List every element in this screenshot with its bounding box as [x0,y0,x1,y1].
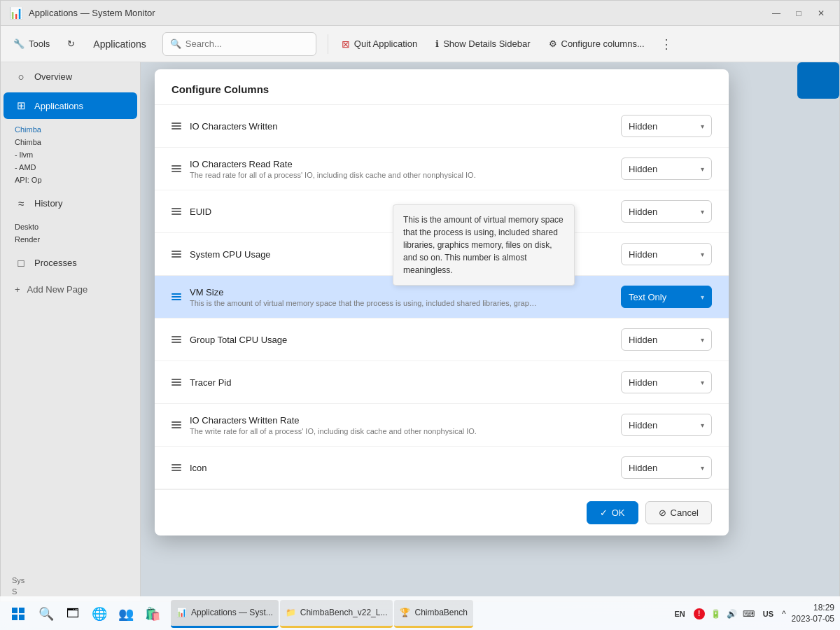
tools-icon: 🔧 [13,38,24,49]
drag-handle-io-read-rate[interactable] [172,165,181,172]
sidebar-item-processes-label: Processes [34,258,77,268]
column-dropdown-cpu-usage[interactable]: Hidden ▾ [621,243,712,265]
processes-icon: □ [15,257,27,269]
column-dropdown-io-written[interactable]: Hidden ▾ [621,115,712,137]
column-dropdown-io-read-rate[interactable]: Hidden ▾ [621,158,712,180]
notification-indicator[interactable]: ! [694,608,705,620]
taskbar-edge-icon[interactable]: 🌐 [87,601,112,626]
app-label-chimba1: ChimbaBench_v22_L... [300,608,388,617]
sidebar-label-s: S [12,587,129,596]
taskbar-task-view-icon[interactable]: 🗔 [60,601,85,626]
sidebar-proc-chimba2[interactable]: Chimba [1,136,140,148]
taskbar-app-chimbabench1[interactable]: 📁 ChimbaBench_v22_L... [280,600,393,628]
chevron-down-icon: ▾ [701,208,704,216]
sidebar-proc-amd[interactable]: - AMD [1,161,140,174]
tools-button[interactable]: 🔧 Tools [6,34,57,53]
column-dropdown-io-written-rate[interactable]: Hidden ▾ [621,414,712,436]
drag-handle-euid[interactable] [172,208,181,215]
dialog-title: Configure Columns [172,83,269,95]
window-title: Applications — System Monitor [29,8,766,18]
drag-handle-tracer-pid[interactable] [172,379,181,386]
drag-line [172,382,181,383]
drag-line [172,122,181,124]
svg-rect-2 [12,615,18,620]
drag-line [172,125,181,127]
drag-line [172,251,181,252]
quit-label: Quit Application [354,38,417,49]
column-dropdown-group-cpu[interactable]: Hidden ▾ [621,328,712,351]
battery-icon: 🔋 [710,609,721,619]
dialog-overlay: Configure Columns [141,62,839,601]
taskbar-app-system-monitor[interactable]: 📊 Applications — Syst... [171,600,279,628]
column-dropdown-euid[interactable]: Hidden ▾ [621,200,712,223]
column-info-io-written: IO Characters Written [190,121,612,132]
window-titlebar: 📊 Applications — System Monitor — □ ✕ [1,1,839,26]
drag-handle-io-written[interactable] [172,122,181,130]
close-button[interactable]: ✕ [811,4,831,23]
content-background: Configure Columns [141,62,839,601]
drag-handle-io-written-rate[interactable] [172,421,181,428]
taskbar-app-chimbabench2[interactable]: 🏆 ChimbaBench [394,600,472,628]
quit-application-button[interactable]: ⊠ Quit Application [334,34,425,55]
add-icon: + [15,284,20,295]
sidebar-proc-render[interactable]: Render [1,233,140,246]
nav-back-button[interactable]: ↻ [59,34,83,54]
drag-handle-group-cpu[interactable] [172,336,181,343]
column-info-icon: Icon [190,463,612,473]
sidebar-proc-llvm[interactable]: - llvm [1,148,140,161]
show-details-button[interactable]: ℹ Show Details Sidebar [428,34,538,54]
column-dropdown-vm-size[interactable]: Text Only ▾ [621,286,712,308]
sidebar-item-processes[interactable]: □ Processes [4,250,137,276]
sidebar-process-list: Chimba Chimba - llvm - AMD API: Op [1,120,140,189]
drag-line [172,299,181,300]
taskbar-clock[interactable]: 18:29 2023-07-05 [792,603,834,624]
cancel-button[interactable]: ⊘ Cancel [645,501,712,524]
search-input[interactable] [186,38,309,49]
minimize-button[interactable]: — [766,4,786,23]
add-new-page-button[interactable]: + Add New Page [4,279,137,300]
configure-icon: ⚙ [549,38,557,49]
system-tray-expand[interactable]: ^ [782,609,786,619]
taskbar-teams-icon[interactable]: 👥 [113,601,139,626]
drag-line [172,384,181,386]
dialog-body[interactable]: IO Characters Written Hidden ▾ [155,105,729,489]
content-area: Configure Columns [141,62,839,601]
column-name-vm-size: VM Size [190,287,612,298]
sidebar-item-history[interactable]: ≈ History [4,190,137,216]
svg-rect-3 [19,615,24,620]
sidebar-item-applications[interactable]: ⊞ Applications [4,92,137,119]
drag-line [172,424,181,426]
start-button[interactable] [6,601,31,626]
column-dropdown-tracer-pid[interactable]: Hidden ▾ [621,371,712,393]
column-dropdown-icon[interactable]: Hidden ▾ [621,456,712,479]
app-icon-chimba2: 🏆 [400,608,410,617]
drag-line [172,165,181,167]
dialog-footer: ✓ OK ⊘ Cancel [155,489,729,536]
window-icon: 📊 [9,6,23,20]
drag-line [172,293,181,295]
configure-label: Configure columns... [561,38,645,49]
configure-columns-button[interactable]: ⚙ Configure columns... [541,34,652,54]
sidebar-item-overview[interactable]: ○ Overview [4,64,137,90]
drag-handle-icon[interactable] [172,464,181,471]
ok-button[interactable]: ✓ OK [587,501,638,524]
search-bar[interactable]: 🔍 [162,32,316,56]
lang-code[interactable]: US [760,610,776,618]
drag-handle-cpu-usage[interactable] [172,251,181,258]
taskbar: 🔍 🗔 🌐 👥 🛍️ 📊 Applications — Syst... 📁 Ch… [0,596,840,630]
sidebar-process-list2: Deskto Render [1,218,140,248]
volume-icon[interactable]: 🔊 [727,609,737,619]
dialog-header: Configure Columns [155,69,729,105]
more-menu-button[interactable]: ⋮ [655,33,678,55]
drag-handle-vm-size[interactable] [172,293,181,300]
svg-rect-0 [12,608,18,613]
taskbar-store-icon[interactable]: 🛍️ [140,601,165,626]
sidebar-proc-chimba1[interactable]: Chimba [1,123,140,136]
sidebar-proc-deskto[interactable]: Deskto [1,220,140,233]
sidebar-proc-api[interactable]: API: Op [1,174,140,186]
maximize-button[interactable]: □ [789,4,808,23]
column-info-group-cpu: Group Total CPU Usage [190,335,612,345]
taskbar-search-icon[interactable]: 🔍 [34,601,59,626]
language-indicator[interactable]: EN [671,610,687,618]
search-icon: 🔍 [170,38,181,49]
